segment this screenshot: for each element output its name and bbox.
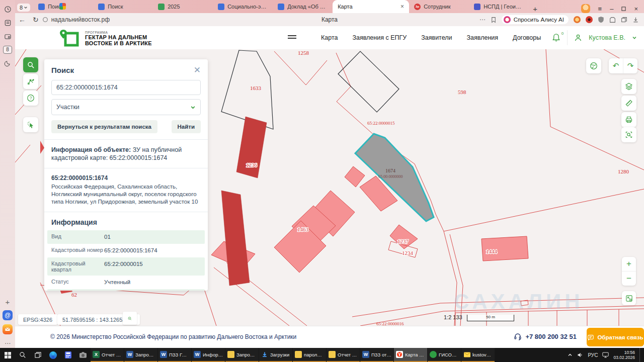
- shield-icon[interactable]: [598, 16, 604, 23]
- alice-icon: [504, 16, 511, 23]
- nav-karta[interactable]: Карта: [321, 34, 338, 41]
- camera-icon[interactable]: [75, 348, 91, 362]
- map-draw-button[interactable]: [23, 74, 38, 89]
- back-icon[interactable]: ←: [15, 16, 29, 24]
- taskbar-window-excel[interactable]: X Отчет общ...: [91, 348, 124, 362]
- close-window-button[interactable]: ×: [634, 5, 638, 13]
- nav-zayavleniya-epgu[interactable]: Заявления с ЕПГУ: [352, 34, 407, 41]
- search-panel: Поиск ✕ Участки Вернуться к результатам …: [44, 59, 208, 291]
- taskbar-search-icon[interactable]: [15, 348, 30, 362]
- tab-doklad[interactable]: Доклад «Об итогах соц: [273, 0, 333, 13]
- taskbar-window-mail[interactable]: kustova@n...: [461, 348, 495, 362]
- support-phone[interactable]: +7 800 200 32 51: [514, 332, 577, 340]
- taskbar-window-word1[interactable]: W Запрос на ...: [124, 348, 157, 362]
- bookmark-icon[interactable]: [491, 17, 497, 23]
- undo-icon[interactable]: ↶: [609, 58, 623, 73]
- task-view-icon[interactable]: [30, 348, 45, 362]
- measure-ruler-button[interactable]: [621, 96, 636, 111]
- start-button[interactable]: [0, 348, 15, 362]
- menu-burger-icon[interactable]: [288, 34, 296, 40]
- history-icon[interactable]: [3, 5, 12, 14]
- tab-nspd[interactable]: НСПД | Геоинформаци: [469, 0, 529, 13]
- user-chevron-icon[interactable]: [632, 35, 637, 40]
- yandex-mail-icon[interactable]: [3, 324, 13, 334]
- nav-zayavleniya[interactable]: Заявления: [467, 34, 499, 41]
- coordinate-search-button[interactable]: [123, 312, 137, 325]
- map-select-cursor-button[interactable]: [23, 117, 38, 132]
- add-panel-icon[interactable]: +: [3, 297, 12, 306]
- category-select[interactable]: Участки: [51, 99, 201, 115]
- parcel-1237[interactable]: [390, 225, 418, 249]
- tab-count-badge[interactable]: 8: [3, 45, 12, 54]
- notes-icon[interactable]: [3, 18, 12, 27]
- taskbar-window-word2[interactable]: W ПЗЗ ГО Но...: [158, 348, 191, 362]
- print-button[interactable]: [621, 112, 636, 127]
- panel-close-icon[interactable]: ✕: [194, 66, 201, 74]
- taskbar-clock[interactable]: 10:56 03.02.2026: [613, 350, 635, 360]
- network-icon[interactable]: [602, 352, 609, 358]
- tab-counter[interactable]: 8: [17, 4, 30, 12]
- search-input[interactable]: [51, 80, 201, 95]
- extension-flower-icon[interactable]: [574, 16, 581, 23]
- minimize-button[interactable]: –: [610, 5, 613, 13]
- gerb-favicon: [38, 4, 45, 10]
- yandex360-icon[interactable]: @: [3, 310, 13, 320]
- taskbar-window-browser-active[interactable]: Карта — Ян...: [394, 348, 427, 362]
- calculator-icon[interactable]: [60, 348, 75, 362]
- profile-avatar[interactable]: [581, 4, 590, 13]
- maximize-button[interactable]: [621, 7, 626, 11]
- more-icon[interactable]: ⋯: [3, 339, 12, 348]
- layers-button[interactable]: [621, 79, 636, 94]
- feedback-button[interactable]: Обратная связь: [587, 328, 644, 346]
- extensions-icon[interactable]: [609, 17, 616, 23]
- word-icon: W: [362, 351, 369, 358]
- tab-sotrudnik[interactable]: 3рСотрудник: [409, 0, 469, 13]
- taskbar-window-word3[interactable]: W Информац...: [192, 348, 225, 362]
- language-indicator[interactable]: РУС: [588, 352, 598, 358]
- user-name[interactable]: Кустова Е.В.: [589, 34, 625, 41]
- taskbar-window-word4[interactable]: W ПЗЗ от 13.1...: [360, 348, 393, 362]
- nav-zayaviteli[interactable]: Заявители: [421, 34, 452, 41]
- url-field[interactable]: надальнийвосток.рф: [42, 16, 110, 23]
- collections-icon[interactable]: [621, 17, 627, 23]
- object-search-button[interactable]: [621, 127, 636, 142]
- tab-2025[interactable]: 2025: [153, 0, 213, 13]
- ask-alice-button[interactable]: Спросить Алису AI: [502, 15, 569, 24]
- map-help-button[interactable]: ?: [23, 90, 38, 106]
- taskbar-window-downloads[interactable]: Загрузки: [259, 348, 292, 362]
- refresh-icon[interactable]: ↻: [29, 16, 42, 24]
- nav-dogovory[interactable]: Договоры: [513, 34, 541, 41]
- selected-parcel-code: 65:00:0000000: [378, 174, 403, 179]
- back-to-results-button[interactable]: Вернуться к результатам поиска: [51, 120, 157, 133]
- taskbar-window-notes1[interactable]: Запрос ТУ: [225, 348, 259, 362]
- taskbar-window-gis[interactable]: ГИСОГД Са...: [428, 348, 461, 362]
- more-actions-icon[interactable]: ⋯: [479, 16, 486, 23]
- program-logo[interactable]: ПРОГРАММА ГЕКТАР НА ДАЛЬНЕМ ВОСТОКЕ И В …: [59, 29, 152, 47]
- map-globe-button[interactable]: [586, 58, 601, 73]
- tab-karta-active[interactable]: Карта ×: [333, 0, 409, 13]
- taskbar-window-notes3[interactable]: Отчет торги: [327, 348, 360, 362]
- tray-expand-icon[interactable]: [568, 352, 573, 357]
- zoom-out-button[interactable]: −: [622, 271, 636, 286]
- dark-mode-icon[interactable]: [3, 59, 12, 68]
- browser-menu-icon[interactable]: ≡: [598, 5, 602, 13]
- tab-poisk-2[interactable]: Поиск: [93, 0, 153, 13]
- video-icon[interactable]: [3, 32, 12, 41]
- map-search-button[interactable]: [23, 57, 38, 72]
- taskbar-window-notes2[interactable]: пароли,спр...: [293, 348, 326, 362]
- full-extent-button[interactable]: [622, 291, 636, 305]
- redo-icon[interactable]: ↷: [623, 58, 637, 73]
- svg-text:1633: 1633: [250, 85, 262, 91]
- volume-icon[interactable]: [577, 352, 583, 358]
- show-desktop-button[interactable]: [639, 348, 642, 362]
- notifications-bell-icon[interactable]: 0: [552, 33, 560, 42]
- find-button[interactable]: Найти: [172, 120, 201, 133]
- tab-socialno[interactable]: Социально-экономиче: [213, 0, 273, 13]
- downloads-icon[interactable]: [632, 17, 639, 23]
- close-tab-icon[interactable]: ×: [400, 3, 404, 10]
- zoom-in-button[interactable]: +: [622, 257, 636, 271]
- extension-ladybug-icon[interactable]: [586, 16, 593, 23]
- epsg-chip[interactable]: EPSG:4326: [18, 314, 57, 325]
- edge-icon[interactable]: [45, 348, 60, 362]
- new-tab-button[interactable]: +: [529, 5, 541, 13]
